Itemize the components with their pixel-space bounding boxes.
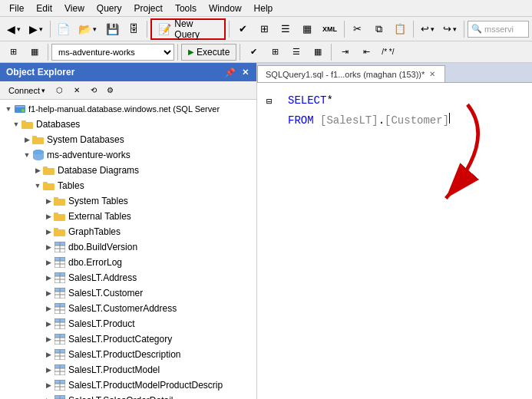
pin-button[interactable]: 📌 xyxy=(223,68,237,77)
oe-disconnect-btn[interactable]: ✕ xyxy=(69,83,84,98)
oe-filter-btn[interactable]: ⬡ xyxy=(52,83,68,98)
text-cursor xyxy=(449,113,450,124)
connect-button[interactable]: Connect ▾ xyxy=(3,83,51,98)
collapse-marker[interactable]: ⊟ xyxy=(266,94,272,110)
databases-node[interactable]: ▼ Databases xyxy=(0,117,256,132)
row2-grid-btn[interactable]: ⊞ xyxy=(265,42,285,62)
connect-label: Connect xyxy=(8,86,40,95)
query-tab[interactable]: SQLQuery1.sql - f1...orks (maghan (153))… xyxy=(257,65,445,82)
diagrams-expand-icon: ▶ xyxy=(32,165,43,176)
oe-refresh-btn[interactable]: ⟲ xyxy=(86,83,101,98)
saleslt-address-label: SalesLT.Address xyxy=(68,272,137,283)
saleslt-productdescription-label: SalesLT.ProductDescription xyxy=(68,349,181,360)
tables-node[interactable]: ▼ Tables xyxy=(0,178,256,193)
svg-rect-12 xyxy=(43,182,48,185)
row2-outdent-icon: ⇤ xyxy=(363,47,370,57)
row2-list-btn[interactable]: ☰ xyxy=(286,42,306,62)
forward-button[interactable]: ▶ ▾ xyxy=(25,19,46,39)
search-label: msservi xyxy=(484,25,514,34)
saleslt-productdescription-node[interactable]: ▶ SalesLT.ProductDescription xyxy=(0,347,256,362)
salesorderdetail-expand-icon: ▶ xyxy=(43,395,54,399)
list-button[interactable]: ☰ xyxy=(276,19,296,39)
row2-sep4 xyxy=(331,44,332,61)
graph-tables-node[interactable]: ▶ GraphTables xyxy=(0,224,256,239)
saleslt-customeraddress-node[interactable]: ▶ SalesLT.CustomerAddress xyxy=(0,301,256,316)
db-diagrams-node[interactable]: ▶ Database Diagrams xyxy=(0,163,256,178)
open-file-button[interactable]: 📂 ▾ xyxy=(75,19,101,39)
row2-indent-btn[interactable]: ⇥ xyxy=(335,42,355,62)
connect-chevron: ▾ xyxy=(41,87,45,94)
checkmark-icon: ✔ xyxy=(239,23,247,35)
dbo-buildversion-node[interactable]: ▶ dbo.BuildVersion xyxy=(0,239,256,255)
row2-btn2[interactable]: ▦ xyxy=(25,42,45,62)
save-all-button[interactable]: 🗄 xyxy=(124,19,144,39)
xml-button[interactable]: XML xyxy=(319,19,340,39)
saleslt-productmodel-node[interactable]: ▶ SalesLT.ProductModel xyxy=(0,362,256,378)
databases-expand-icon: ▼ xyxy=(11,119,21,130)
menu-query[interactable]: Query xyxy=(91,2,128,15)
row2-table-btn[interactable]: ▦ xyxy=(308,42,328,62)
row2-list-icon: ☰ xyxy=(292,47,300,57)
dbo-errorlog-node[interactable]: ▶ dbo.ErrorLog xyxy=(0,255,256,270)
menu-edit[interactable]: Edit xyxy=(30,2,58,15)
oe-properties-btn[interactable]: ⚙ xyxy=(103,83,118,98)
msadventure-node[interactable]: ▼ ms-adventure-works xyxy=(0,147,256,163)
tab-close-button[interactable]: ✕ xyxy=(428,70,437,79)
saleslt-product-node[interactable]: ▶ SalesLT.Product xyxy=(0,316,256,331)
menu-project[interactable]: Project xyxy=(128,2,169,15)
menu-file[interactable]: File xyxy=(3,2,30,15)
oe-close-button[interactable]: ✕ xyxy=(240,68,250,77)
menu-view[interactable]: View xyxy=(58,2,91,15)
save-button[interactable]: 💾 xyxy=(102,19,122,39)
from-keyword: FROM xyxy=(288,112,314,129)
copy-button[interactable]: ⧉ xyxy=(368,19,388,39)
saleslt-address-node[interactable]: ▶ SalesLT.Address xyxy=(0,270,256,285)
saleslt-prodmodeldesc-node[interactable]: ▶ SalesLT.ProductModelProductDescrip xyxy=(0,378,256,393)
editor-area[interactable]: ⊟ SELECT * FROM [SalesLT] . [Customer] xyxy=(257,83,532,399)
row2-btn1[interactable]: ⊞ xyxy=(3,42,23,62)
checkmark-button[interactable]: ✔ xyxy=(233,19,253,39)
undo-button[interactable]: ↩ ▾ xyxy=(417,19,438,39)
tables-folder-icon xyxy=(43,180,55,192)
filter-icon: ⬡ xyxy=(56,86,63,94)
table-button[interactable]: ▦ xyxy=(297,19,317,39)
grid-button[interactable]: ⊞ xyxy=(254,19,274,39)
execute-button[interactable]: ▶ Execute xyxy=(181,44,236,61)
search-icon: 🔍 xyxy=(471,24,482,34)
svg-point-2 xyxy=(21,109,25,112)
server-node[interactable]: ▼ f1-help-manual.database.windows.net (S… xyxy=(0,101,256,117)
sql-line-2: FROM [SalesLT] . [Customer] xyxy=(269,112,520,129)
saleslt-productcategory-node[interactable]: ▶ SalesLT.ProductCategory xyxy=(0,331,256,347)
cut-button[interactable]: ✂ xyxy=(347,19,367,39)
svg-rect-18 xyxy=(54,228,58,231)
new-file-button[interactable]: 📄 xyxy=(54,19,74,39)
row2-check-btn[interactable]: ✔ xyxy=(243,42,263,62)
system-tables-node[interactable]: ▶ System Tables xyxy=(0,193,256,209)
oe-tree[interactable]: ▼ f1-help-manual.database.windows.net (S… xyxy=(0,100,256,399)
svg-rect-14 xyxy=(54,197,58,200)
menu-help[interactable]: Help xyxy=(248,2,279,15)
new-query-button[interactable]: 📝 New Query xyxy=(150,18,226,40)
address-expand-icon: ▶ xyxy=(43,272,54,283)
select-star: * xyxy=(326,92,332,109)
row2-sep2 xyxy=(177,44,178,61)
row2-comment-btn[interactable]: /* */ xyxy=(378,42,398,62)
search-box[interactable]: 🔍 msservi xyxy=(468,21,529,38)
system-databases-node[interactable]: ▶ System Databases xyxy=(0,132,256,147)
database-dropdown[interactable]: ms-adventure-works xyxy=(51,44,174,61)
saleslt-salesorderdetail-node[interactable]: ▶ SalesLT.SalesOrderDetail xyxy=(0,393,256,399)
xml-icon: XML xyxy=(322,25,337,33)
redo-button[interactable]: ↪ ▾ xyxy=(440,19,461,39)
saleslt-customer-node[interactable]: ▶ SalesLT.Customer xyxy=(0,285,256,301)
custaddr-table-icon xyxy=(54,302,66,315)
row2-outdent-btn[interactable]: ⇤ xyxy=(356,42,376,62)
menu-window[interactable]: Window xyxy=(203,2,248,15)
external-tables-node[interactable]: ▶ External Tables xyxy=(0,209,256,224)
toolbar-row2: ⊞ ▦ ms-adventure-works ▶ Execute ✔ ⊞ ☰ ▦… xyxy=(0,41,532,63)
back-button[interactable]: ◀ ▾ xyxy=(3,19,24,39)
menu-tools[interactable]: Tools xyxy=(169,2,203,15)
system-databases-label: System Databases xyxy=(47,134,124,145)
paste-button[interactable]: 📋 xyxy=(390,19,410,39)
paste-icon: 📋 xyxy=(394,23,406,35)
customer-table-icon xyxy=(54,287,66,299)
